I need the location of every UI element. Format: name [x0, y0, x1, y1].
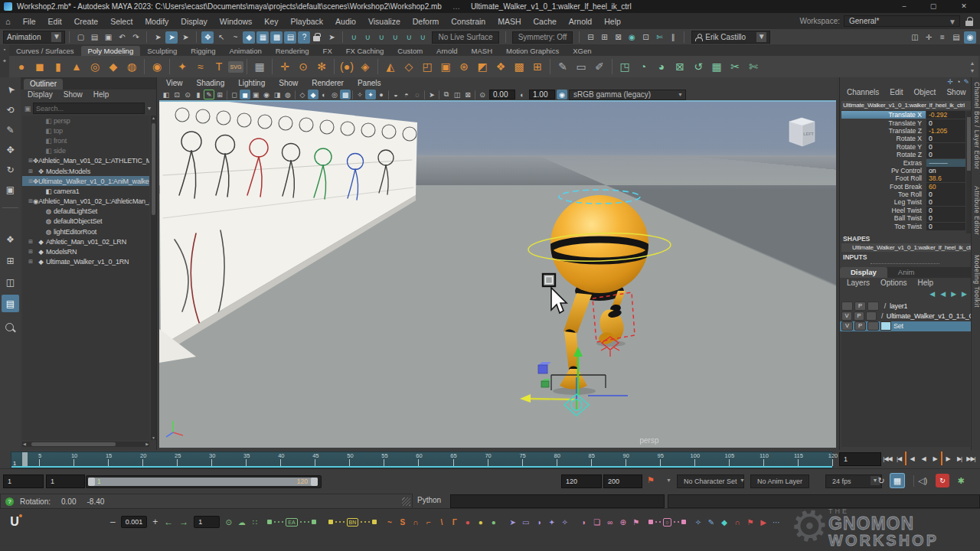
- menu-item[interactable]: Arnold: [563, 17, 598, 26]
- misc-mask-icon[interactable]: ?: [298, 31, 310, 44]
- gamma-icon[interactable]: ◐: [517, 90, 528, 99]
- playback-end-field[interactable]: 120: [561, 474, 602, 488]
- outliner-tab[interactable]: Outliner: [24, 79, 63, 90]
- outliner-item[interactable]: ◧ side: [22, 146, 149, 156]
- modeling-toolkit-toggle-icon[interactable]: ◫: [909, 31, 921, 44]
- ease-curve-3-icon[interactable]: ∩: [410, 516, 421, 528]
- channel-value-field[interactable]: 0: [926, 191, 965, 198]
- close-button[interactable]: ✕: [948, 0, 980, 13]
- shape-node-name[interactable]: Ultimate_Walker_v1_0_1:walker_lf_heel_ik…: [841, 243, 979, 252]
- timeline-playhead[interactable]: [22, 452, 28, 468]
- channel-box-menu-item[interactable]: Object: [909, 88, 942, 96]
- lattice-icon[interactable]: ▩: [510, 57, 528, 76]
- minimize-button[interactable]: –: [890, 0, 919, 13]
- move-layer-up-icon[interactable]: ◀: [929, 290, 935, 298]
- outliner-item[interactable]: ⊞ ✥ Athletic_Man_v01_02_L:ATHLETIC_MA: [22, 156, 149, 166]
- open-scene-icon[interactable]: ▤: [88, 31, 100, 44]
- chevron-down-icon[interactable]: ▼: [666, 478, 671, 483]
- shelf-options-strip[interactable]: ▪✦: [0, 44, 9, 77]
- channel-value-field[interactable]: 0: [926, 198, 965, 206]
- menu-item[interactable]: Display: [175, 17, 213, 26]
- layer-menu-item[interactable]: Options: [875, 279, 912, 287]
- layer-editor-tab[interactable]: Anim: [887, 267, 926, 278]
- walk-cycle-icon[interactable]: ✦: [546, 516, 557, 528]
- ease-curve-4-icon[interactable]: ⌐: [423, 516, 434, 528]
- snap-curve-icon[interactable]: ∪: [361, 31, 374, 44]
- reduce-icon[interactable]: ✂: [726, 57, 744, 76]
- power-icon[interactable]: ⊙: [223, 516, 234, 528]
- outliner-item[interactable]: ⊞ ◆ ModelsRN: [22, 246, 149, 256]
- save-scene-icon[interactable]: ▣: [102, 31, 114, 44]
- range-start-handle[interactable]: [88, 478, 95, 486]
- anim-layer-selector[interactable]: No Anim Layer: [750, 474, 809, 488]
- hypershade-icon[interactable]: ⊡: [639, 31, 652, 44]
- layer-playback-toggle[interactable]: P: [854, 302, 866, 311]
- frame-selected-icon[interactable]: ◫: [452, 90, 462, 99]
- user-account-selector[interactable]: Erik Castillo▼: [691, 31, 770, 44]
- range-slider-track[interactable]: 1 120: [86, 475, 322, 488]
- poly-sphere-icon[interactable]: ●: [12, 57, 31, 76]
- display-layer-row[interactable]: V P Set: [840, 321, 972, 331]
- snap-projected-center-icon[interactable]: ∪: [389, 31, 401, 44]
- shelf-tab[interactable]: Rigging: [184, 46, 222, 56]
- animbot-decrement-button[interactable]: –: [107, 517, 119, 527]
- screen-icon[interactable]: ▭: [520, 516, 531, 528]
- default-material-icon[interactable]: ◇: [297, 90, 308, 99]
- poly-count-icon[interactable]: ▦: [250, 57, 269, 76]
- current-frame-field[interactable]: 1: [839, 452, 881, 466]
- reset-transform-icon[interactable]: ⊙: [294, 57, 312, 76]
- command-language-label[interactable]: Python: [417, 496, 441, 504]
- arnold-renderview-toggle-icon[interactable]: ◉: [964, 31, 976, 44]
- range-slider-bar[interactable]: 1 120: [88, 478, 318, 486]
- ghost-icon[interactable]: ☁: [236, 516, 247, 528]
- manipulator-icon[interactable]: ✛: [947, 78, 953, 86]
- shelf-tab[interactable]: FX: [316, 46, 339, 56]
- combine-icon[interactable]: ⊠: [671, 57, 689, 76]
- animbot-increment-button[interactable]: +: [149, 517, 161, 527]
- channel-box-menu-item[interactable]: Edit: [884, 88, 908, 96]
- poly-disc-icon[interactable]: ◍: [122, 57, 141, 76]
- textured-mode-icon[interactable]: ▣: [250, 90, 261, 99]
- layer-playback-toggle[interactable]: P: [854, 321, 866, 331]
- menu-item[interactable]: Audio: [329, 17, 362, 26]
- key-red-icon[interactable]: ●: [462, 516, 473, 528]
- outliner-item[interactable]: ⊞ ◆ Athletic_Man_v01_02_LRN: [22, 236, 149, 246]
- ipr-render-icon[interactable]: ⊠: [612, 31, 624, 44]
- channel-value-field[interactable]: 0: [926, 135, 965, 142]
- tripod-icon[interactable]: ✧: [693, 516, 704, 528]
- select-hierarchy-icon[interactable]: ➤: [152, 31, 164, 44]
- animbot-next-key-icon[interactable]: →: [176, 517, 191, 527]
- tab-channel-box[interactable]: Channel Box / Layer Editor: [972, 82, 980, 170]
- instance-icon[interactable]: ◈: [356, 57, 374, 76]
- tab-attribute-editor[interactable]: Attribute Editor: [972, 186, 980, 235]
- character-set-selector[interactable]: No Character Set: [677, 474, 744, 488]
- channel-row[interactable]: Ball Twist 0: [841, 214, 965, 222]
- pen-icon[interactable]: ✎: [706, 516, 717, 528]
- animbot-pose-slider[interactable]: ○: [648, 518, 685, 527]
- gamma-field[interactable]: 1.00: [529, 90, 555, 99]
- shelf-tab[interactable]: Sculpting: [140, 46, 184, 56]
- key-green-icon[interactable]: ●: [488, 516, 499, 528]
- menu-item[interactable]: Modify: [139, 17, 175, 26]
- layer-visibility-toggle[interactable]: V: [841, 321, 853, 331]
- channel-value-field[interactable]: 0: [926, 214, 965, 222]
- viewport-menu-item[interactable]: Lighting: [231, 79, 272, 87]
- workspace-selector[interactable]: General*▼: [844, 15, 960, 27]
- select-tool-icon[interactable]: ➤: [0, 77, 23, 102]
- panel-resize-handle[interactable]: [871, 262, 939, 264]
- range-end-handle[interactable]: [311, 478, 318, 486]
- channel-value-field[interactable]: on: [926, 167, 965, 174]
- workspace-lock-icon[interactable]: [965, 16, 975, 27]
- animbot-prev-key-icon[interactable]: ←: [161, 517, 176, 527]
- ease-curve-1-icon[interactable]: ~: [384, 516, 395, 528]
- ease-curve-6-icon[interactable]: Γ: [449, 516, 460, 528]
- viewport-menu-item[interactable]: View: [159, 79, 190, 87]
- menu-item[interactable]: MASH: [492, 17, 527, 26]
- command-line-input[interactable]: [450, 494, 665, 508]
- perspective-view[interactable]: LEFT persp: [159, 102, 836, 448]
- step-forward-frame-button[interactable]: ▶: [941, 452, 953, 465]
- menu-item[interactable]: Visualize: [362, 17, 407, 26]
- menu-item[interactable]: Windows: [214, 17, 259, 26]
- auto-key-icon[interactable]: ↻: [936, 474, 949, 487]
- layer-type-toggle[interactable]: [867, 302, 879, 311]
